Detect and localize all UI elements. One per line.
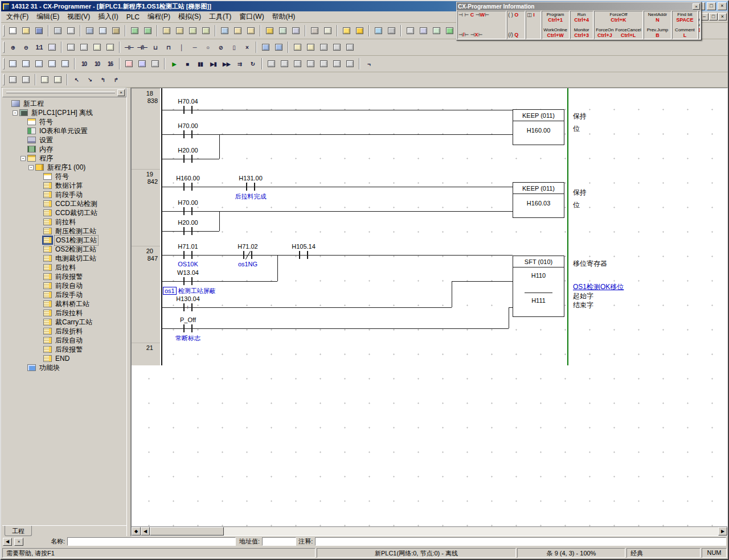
trace-1-button[interactable] bbox=[265, 57, 278, 70]
compile-button[interactable] bbox=[263, 24, 276, 37]
next-section-button[interactable]: ↱ bbox=[109, 73, 122, 86]
instruction-block[interactable]: KEEP (011)H160.03 bbox=[513, 182, 564, 218]
force-off-button[interactable] bbox=[136, 57, 149, 70]
trace-2-button[interactable] bbox=[278, 57, 291, 70]
debug-mode-button[interactable] bbox=[417, 24, 430, 37]
help-topics-button[interactable] bbox=[231, 24, 244, 37]
pause-monitor-button[interactable] bbox=[385, 24, 398, 37]
prev-section-button[interactable]: ↰ bbox=[96, 73, 109, 86]
scroll-left-button[interactable]: ◀ bbox=[141, 527, 150, 536]
new-vertical-line-button[interactable]: │ bbox=[175, 41, 188, 53]
ladder-contact[interactable] bbox=[183, 251, 185, 259]
mdi-close-button[interactable]: × bbox=[718, 13, 727, 20]
tree-item[interactable]: 内存 bbox=[2, 145, 126, 154]
undo-button[interactable] bbox=[128, 24, 141, 37]
workspace-close-button[interactable]: × bbox=[117, 89, 125, 96]
ladder-contact[interactable] bbox=[191, 227, 193, 235]
new-open-contact-button[interactable]: ⊣⊢ bbox=[122, 41, 136, 53]
ladder-contact[interactable] bbox=[183, 106, 185, 114]
go-rung-top-button[interactable]: ↖ bbox=[70, 73, 83, 86]
copy-button[interactable] bbox=[96, 24, 109, 37]
field-nav-button[interactable]: ◀ bbox=[3, 538, 12, 546]
online-edit-cancel-button[interactable] bbox=[343, 41, 357, 53]
tab-project[interactable]: 工程 bbox=[5, 526, 32, 536]
find-button[interactable] bbox=[160, 24, 173, 37]
menu-item[interactable]: 编辑(E) bbox=[32, 11, 63, 23]
trace-4-button[interactable] bbox=[304, 57, 317, 70]
new-window-button[interactable] bbox=[6, 57, 19, 70]
tree-item[interactable]: 符号 bbox=[2, 117, 126, 126]
scroll-right-button[interactable]: ▶ bbox=[718, 527, 727, 536]
pause-button[interactable]: ▮▮ bbox=[194, 57, 207, 70]
cascade-windows-button[interactable] bbox=[19, 57, 32, 70]
new-closed-or-contact-button[interactable]: ⊓ bbox=[162, 41, 175, 53]
rung-number-cell[interactable]: 21 bbox=[132, 343, 160, 365]
ladder-contact[interactable] bbox=[183, 303, 185, 311]
work-online-button[interactable] bbox=[340, 24, 353, 37]
edit-rung-comment-button[interactable] bbox=[304, 41, 317, 53]
ladder-contact[interactable] bbox=[191, 324, 193, 332]
tree-item[interactable]: 后段手动 bbox=[2, 290, 126, 299]
display-hex-button[interactable]: 16 bbox=[104, 57, 117, 70]
tree-item[interactable]: 后段自动 bbox=[2, 336, 126, 345]
menu-item[interactable]: 插入(I) bbox=[94, 11, 122, 23]
tree-item[interactable]: 前拉料 bbox=[2, 217, 126, 227]
show-sections-button[interactable] bbox=[104, 41, 117, 53]
monitor-mode-button[interactable] bbox=[430, 24, 443, 37]
fb-instance-button[interactable] bbox=[272, 41, 285, 53]
expand-sections-button[interactable] bbox=[38, 73, 51, 86]
tree-item[interactable]: 后拉料 bbox=[2, 263, 126, 272]
differential-monitor-button[interactable]: ¬ bbox=[362, 57, 375, 70]
toolbar-grip[interactable] bbox=[3, 42, 5, 53]
menu-item[interactable]: 工具(T) bbox=[205, 11, 235, 23]
tree-item[interactable]: OS2检测工站 bbox=[2, 245, 126, 254]
trace-3-button[interactable] bbox=[291, 57, 304, 70]
online-edit-send-button[interactable] bbox=[330, 41, 343, 53]
tree-item[interactable]: 符号 bbox=[2, 172, 126, 181]
ladder-contact[interactable] bbox=[191, 130, 193, 138]
new-open-or-contact-button[interactable]: ⊔ bbox=[149, 41, 162, 53]
tree-item[interactable]: OS1检测工站 bbox=[2, 236, 126, 245]
io-comment-view-button[interactable] bbox=[321, 24, 334, 37]
information-window-titlebar[interactable]: CX-Programmer Information × bbox=[457, 2, 701, 10]
toolbar-grip[interactable] bbox=[3, 25, 5, 36]
toolbar-grip[interactable] bbox=[3, 74, 5, 85]
name-field[interactable] bbox=[67, 537, 236, 546]
panel-splitter[interactable] bbox=[126, 88, 131, 536]
options-button[interactable] bbox=[308, 24, 321, 37]
tree-item[interactable]: END bbox=[2, 354, 126, 363]
paste-button[interactable] bbox=[109, 24, 122, 37]
ladder-contact[interactable] bbox=[299, 251, 300, 259]
ladder-contact[interactable] bbox=[183, 207, 185, 215]
open-file-button[interactable] bbox=[19, 24, 32, 37]
tree-item[interactable]: 后段报警 bbox=[2, 345, 126, 354]
force-cancel-button[interactable] bbox=[149, 57, 162, 70]
menu-item[interactable]: 编程(P) bbox=[144, 11, 174, 23]
tree-item[interactable]: 功能块 bbox=[2, 363, 126, 372]
tree-item[interactable]: 设置 bbox=[2, 135, 126, 145]
force-on-button[interactable] bbox=[122, 57, 136, 70]
program-mode-button[interactable] bbox=[404, 24, 417, 37]
tree-item[interactable]: CCD工站检测 bbox=[2, 199, 126, 208]
cross-reference-button[interactable] bbox=[289, 24, 302, 37]
trace-5-button[interactable] bbox=[317, 57, 330, 70]
scrollbar-corner-button[interactable]: ◆ bbox=[132, 527, 141, 536]
tree-expander-icon[interactable]: - bbox=[21, 156, 26, 161]
mdi-restore-button[interactable]: □ bbox=[709, 13, 718, 20]
ladder-contact[interactable] bbox=[191, 106, 193, 114]
new-closed-contact-button[interactable]: ⊣/⊢ bbox=[136, 41, 149, 53]
ladder-contact[interactable] bbox=[183, 130, 185, 138]
new-horizontal-line-button[interactable]: ─ bbox=[188, 41, 201, 53]
scrollbar-track[interactable] bbox=[224, 527, 718, 536]
ladder-contact[interactable] bbox=[246, 183, 247, 191]
menu-item[interactable]: PLC bbox=[122, 12, 144, 22]
ladder-contact[interactable] bbox=[183, 324, 185, 332]
tree-item[interactable]: 前段报警 bbox=[2, 272, 126, 281]
ladder-contact[interactable] bbox=[191, 251, 193, 259]
cut-button[interactable] bbox=[83, 24, 96, 37]
delete-element-button[interactable]: × bbox=[240, 41, 253, 53]
collapse-sections-button[interactable] bbox=[51, 73, 64, 86]
ladder-contact[interactable] bbox=[254, 183, 255, 191]
tile-horizontal-button[interactable] bbox=[32, 57, 46, 70]
zoom-100-button[interactable]: 1:1 bbox=[32, 41, 46, 53]
